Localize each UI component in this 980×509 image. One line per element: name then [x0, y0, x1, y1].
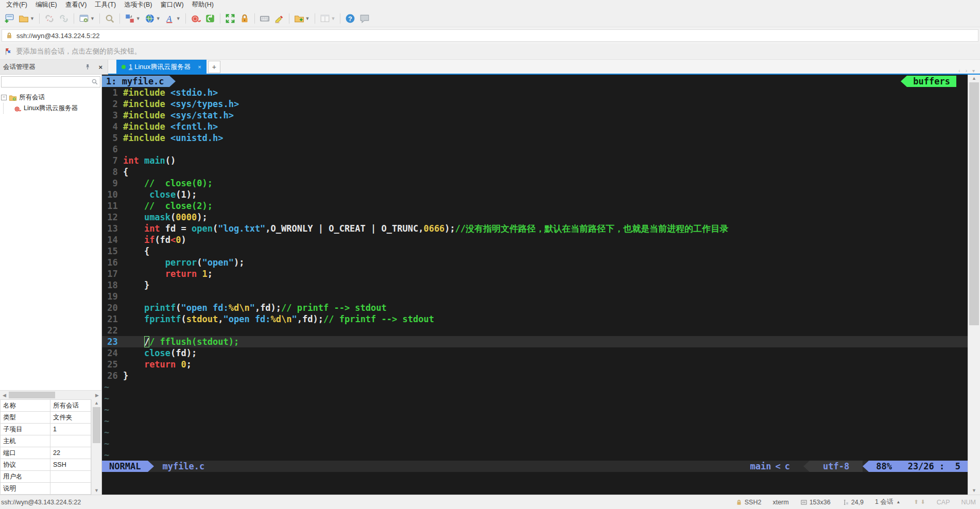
code-line-8[interactable]: 8{ — [102, 166, 968, 178]
dropdown-arrow-icon[interactable]: ▼ — [90, 16, 95, 21]
menu-item-4[interactable]: 工具(T) — [91, 0, 120, 10]
code-line-19[interactable]: 19 — [102, 291, 968, 302]
status-terminal-type[interactable]: xterm — [772, 499, 788, 506]
property-row[interactable]: 主机 — [1, 435, 91, 447]
code-line-20[interactable]: 20 printf("open fd:%d\n",fd);// printf -… — [102, 302, 968, 313]
menu-item-1[interactable]: 文件(F) — [2, 0, 31, 10]
web-button[interactable]: ▼ — [143, 11, 163, 26]
code-line-15[interactable]: 15 { — [102, 245, 968, 257]
menu-item-5[interactable]: 选项卡(B) — [120, 0, 156, 10]
keyboard-button[interactable] — [257, 11, 272, 26]
menu-item-3[interactable]: 查看(V) — [61, 0, 91, 10]
encoding-label: utf-8 — [810, 461, 863, 472]
session-properties-button[interactable]: ▼ — [77, 11, 97, 26]
dropdown-arrow-icon[interactable]: ▼ — [30, 16, 35, 21]
tab-scroll-buttons: ‹ › ▾ — [958, 68, 980, 74]
property-row[interactable]: 说明 — [1, 483, 91, 495]
terminal-area[interactable]: 1: myfile.c buffers 1#include <stdio.h>2… — [102, 75, 980, 495]
code-line-26[interactable]: 26} — [102, 370, 968, 381]
code-line-5[interactable]: 5#include <unistd.h> — [102, 132, 968, 144]
code-line-6[interactable]: 6 — [102, 144, 968, 155]
font-button[interactable]: A▼ — [163, 11, 183, 26]
property-row[interactable]: 子项目1 — [1, 424, 91, 435]
code-line-17[interactable]: 17 return 1; — [102, 268, 968, 279]
tree-expander-icon[interactable]: − — [1, 95, 7, 100]
tab-scroll-right-icon[interactable]: › — [966, 68, 967, 74]
fullscreen-button[interactable] — [223, 11, 237, 26]
arrow-down-icon[interactable]: ⬇ — [921, 499, 925, 505]
code-line-13[interactable]: 13 int fd = open("log.txt",O_WRONLY | O_… — [102, 223, 968, 234]
code-line-18[interactable]: 18 } — [102, 279, 968, 291]
arrow-up-icon[interactable]: ⬆ — [914, 499, 918, 505]
code-line-12[interactable]: 12 umask(0000); — [102, 212, 968, 223]
git-branch-label: main — [750, 461, 771, 472]
tree-item-all-sessions[interactable]: −所有会话 — [0, 92, 101, 103]
help-button[interactable]: ? — [343, 11, 357, 26]
code-line-9[interactable]: 9 // close(0); — [102, 178, 968, 189]
package-button[interactable] — [203, 11, 217, 26]
dropdown-arrow-icon[interactable]: ▼ — [156, 16, 161, 21]
scroll-up-icon[interactable]: ▲ — [94, 399, 99, 407]
tree-item-session-1[interactable]: Linux腾讯云服务器 — [0, 103, 101, 114]
scroll-left-icon[interactable]: ◀ — [0, 393, 9, 398]
menu-item-2[interactable]: 编辑(E) — [31, 0, 61, 10]
chat-button[interactable] — [357, 11, 372, 26]
tab-list-icon[interactable]: ▾ — [972, 68, 975, 74]
property-row[interactable]: 协议SSH — [1, 459, 91, 471]
code-line-25[interactable]: 25 return 0; — [102, 359, 968, 370]
code-line-11[interactable]: 11 // close(2); — [102, 200, 968, 212]
code-line-23[interactable]: 23 // fflush(stdout); — [102, 336, 968, 347]
code-line-2[interactable]: 2#include <sys/types.h> — [102, 98, 968, 110]
code-line-22[interactable]: 22 — [102, 325, 968, 336]
vim-editor[interactable]: 1: myfile.c buffers 1#include <stdio.h>2… — [102, 75, 968, 495]
search-icon[interactable] — [91, 78, 98, 85]
highlighter-button[interactable] — [272, 11, 286, 26]
arrange-button[interactable]: ▼ — [123, 11, 143, 26]
open-folder-button[interactable]: ▼ — [16, 11, 37, 26]
property-row[interactable]: 端口22 — [1, 447, 91, 459]
code-line-3[interactable]: 3#include <sys/stat.h> — [102, 110, 968, 121]
vim-buffer-tab[interactable]: 1: myfile.c — [102, 76, 169, 87]
terminal-scrollbar[interactable]: ▲ ▼ — [968, 75, 980, 495]
property-row[interactable]: 名称所有会话 — [1, 400, 91, 412]
dropdown-arrow-icon[interactable]: ▼ — [305, 16, 310, 21]
scroll-up-icon[interactable]: ▲ — [972, 75, 976, 82]
notification-bar: 要添加当前会话，点击左侧的箭头按钮。 — [0, 44, 980, 60]
code-line-7[interactable]: 7int main() — [102, 155, 968, 166]
lock-button[interactable] — [237, 11, 252, 26]
dropdown-arrow-icon[interactable]: ▼ — [331, 16, 336, 21]
code-line-1[interactable]: 1#include <stdio.h> — [102, 87, 968, 98]
session-manager-header: 会话管理器 × — [0, 60, 108, 75]
property-row[interactable]: 类型文件夹 — [1, 412, 91, 424]
code-line-21[interactable]: 21 fprintf(stdout,"open fd:%d\n",fd);// … — [102, 313, 968, 325]
code-line-10[interactable]: 10 close(1); — [102, 189, 968, 200]
properties-scrollbar[interactable]: ▲ ▼ — [91, 399, 101, 495]
new-tab-button[interactable]: + — [208, 61, 220, 73]
code-line-24[interactable]: 24 close(fd); — [102, 347, 968, 359]
address-box[interactable]: ssh://wyn@43.143.224.5:22 — [2, 29, 978, 42]
find-button[interactable] — [102, 11, 117, 26]
menu-item-7[interactable]: 帮助(H) — [188, 0, 218, 10]
property-row[interactable]: 用户名 — [1, 471, 91, 483]
new-folder-button[interactable]: ▼ — [292, 11, 312, 26]
panel-close-icon[interactable]: × — [96, 63, 105, 71]
menu-item-6[interactable]: 窗口(W) — [156, 0, 187, 10]
snail-button[interactable] — [188, 11, 203, 26]
status-session-count[interactable]: 1 会话 ▲ — [875, 498, 900, 506]
scroll-down-icon[interactable]: ▼ — [972, 487, 976, 495]
scroll-right-icon[interactable]: ▶ — [93, 393, 101, 398]
arrange-icon — [125, 13, 135, 24]
search-input[interactable] — [2, 78, 91, 86]
tab-scroll-left-icon[interactable]: ‹ — [958, 68, 960, 74]
code-line-14[interactable]: 14 if(fd<0) — [102, 234, 968, 245]
dropdown-arrow-icon[interactable]: ▼ — [176, 16, 181, 21]
tab-linux-server[interactable]: 1 Linux腾讯云服务器 × — [116, 60, 207, 74]
new-session-button[interactable] — [2, 11, 16, 26]
sidebar-horizontal-scrollbar[interactable]: ◀ ▶ — [0, 390, 101, 399]
code-line-4[interactable]: 4#include <fcntl.h> — [102, 121, 968, 132]
pin-icon[interactable] — [84, 63, 91, 71]
code-line-16[interactable]: 16 perror("open"); — [102, 257, 968, 268]
tab-close-icon[interactable]: × — [198, 64, 201, 70]
dropdown-arrow-icon[interactable]: ▼ — [136, 16, 141, 21]
scroll-down-icon[interactable]: ▼ — [94, 487, 99, 495]
